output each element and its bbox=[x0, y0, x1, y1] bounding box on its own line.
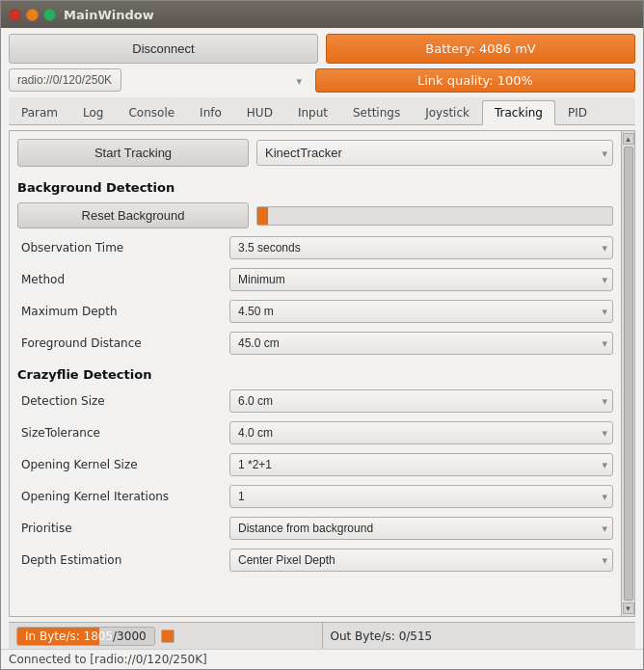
out-bytes-label: Out Byte/s: 0/515 bbox=[331, 630, 433, 643]
tab-info[interactable]: Info bbox=[187, 100, 234, 124]
status-out-section: Out Byte/s: 0/515 bbox=[323, 630, 636, 643]
depth-estimation-value-wrapper: Center Pixel Depth bbox=[229, 549, 613, 572]
opening-kernel-size-select[interactable]: 1 *2+1 bbox=[229, 453, 613, 476]
window-title: MainWindow bbox=[64, 8, 154, 22]
tab-log[interactable]: Log bbox=[70, 100, 116, 124]
main-panel: Start Tracking KinectTracker Background … bbox=[9, 130, 635, 617]
in-bytes-value: In Byte/s: 1805 bbox=[25, 630, 113, 643]
radio-row: radio://0/120/250K Link quality: 100% bbox=[9, 68, 635, 93]
tracker-select[interactable]: KinectTracker bbox=[256, 140, 613, 166]
tab-joystick[interactable]: Joystick bbox=[413, 100, 482, 124]
observation-time-row: Observation Time 3.5 seconds bbox=[17, 236, 613, 259]
bg-progress-fill bbox=[257, 207, 268, 225]
opening-kernel-size-label: Opening Kernel Size bbox=[17, 458, 229, 471]
reset-bg-row: Reset Background bbox=[17, 202, 613, 228]
method-value-wrapper: Minimum bbox=[229, 268, 613, 291]
fg-distance-value-wrapper: 45.0 cm bbox=[229, 332, 613, 355]
in-bytes-suffix: /3000 bbox=[113, 630, 147, 643]
max-depth-value-wrapper: 4.50 m bbox=[229, 300, 613, 323]
prioritise-row: Prioritise Distance from background bbox=[17, 517, 613, 540]
prioritise-label: Prioritise bbox=[17, 522, 229, 535]
top-row: Disconnect Battery: 4086 mV bbox=[9, 34, 635, 64]
observation-time-value-wrapper: 3.5 seconds bbox=[229, 236, 613, 259]
detection-size-value-wrapper: 6.0 cm bbox=[229, 389, 613, 413]
max-depth-label: Maximum Depth bbox=[17, 305, 229, 318]
title-bar-buttons bbox=[9, 9, 56, 21]
crazyflie-detection-header: Crazyflie Detection bbox=[17, 367, 613, 382]
opening-kernel-iterations-select[interactable]: 1 bbox=[229, 485, 613, 508]
minimize-button[interactable] bbox=[26, 9, 39, 21]
maximize-button[interactable] bbox=[43, 9, 56, 21]
depth-estimation-select[interactable]: Center Pixel Depth bbox=[229, 549, 613, 572]
detection-size-label: Detection Size bbox=[17, 394, 229, 408]
tab-param[interactable]: Param bbox=[9, 100, 70, 124]
size-tolerance-value-wrapper: 4.0 cm bbox=[229, 421, 613, 444]
opening-kernel-size-row: Opening Kernel Size 1 *2+1 bbox=[17, 453, 613, 476]
close-button[interactable] bbox=[9, 9, 21, 21]
bg-progress-bar bbox=[256, 206, 613, 226]
tab-hud[interactable]: HUD bbox=[234, 100, 285, 124]
radio-select[interactable]: radio://0/120/250K bbox=[9, 68, 121, 92]
prioritise-value-wrapper: Distance from background bbox=[229, 517, 613, 540]
method-row: Method Minimum bbox=[17, 268, 613, 291]
method-label: Method bbox=[17, 273, 229, 286]
status-divider bbox=[161, 630, 174, 643]
tracking-top-row: Start Tracking KinectTracker bbox=[17, 139, 613, 167]
observation-time-label: Observation Time bbox=[17, 241, 229, 255]
main-window: MainWindow Disconnect Battery: 4086 mV r… bbox=[0, 0, 644, 670]
tab-console[interactable]: Console bbox=[116, 100, 187, 124]
tab-input[interactable]: Input bbox=[285, 100, 340, 124]
footer: Connected to [radio://0/120/250K] bbox=[1, 649, 643, 669]
detection-size-select[interactable]: 6.0 cm bbox=[229, 389, 613, 413]
status-in-section: In Byte/s: 1805/3000 bbox=[9, 623, 323, 649]
max-depth-select[interactable]: 4.50 m bbox=[229, 300, 613, 323]
depth-estimation-row: Depth Estimation Center Pixel Depth bbox=[17, 549, 613, 572]
content-area: Disconnect Battery: 4086 mV radio://0/12… bbox=[1, 28, 643, 649]
detection-size-row: Detection Size 6.0 cm bbox=[17, 389, 613, 413]
size-tolerance-label: SizeTolerance bbox=[17, 426, 229, 440]
size-tolerance-select[interactable]: 4.0 cm bbox=[229, 421, 613, 444]
method-select[interactable]: Minimum bbox=[229, 268, 613, 291]
depth-estimation-label: Depth Estimation bbox=[17, 553, 229, 567]
radio-select-wrapper: radio://0/120/250K bbox=[9, 68, 308, 93]
opening-kernel-iterations-value-wrapper: 1 bbox=[229, 485, 613, 508]
status-bar: In Byte/s: 1805/3000 Out Byte/s: 0/515 bbox=[9, 622, 635, 649]
fg-distance-row: Foreground Distance 45.0 cm bbox=[17, 332, 613, 355]
disconnect-button[interactable]: Disconnect bbox=[9, 34, 318, 64]
bg-detection-header: Background Detection bbox=[17, 180, 613, 195]
battery-indicator: Battery: 4086 mV bbox=[326, 34, 635, 64]
reset-background-button[interactable]: Reset Background bbox=[17, 202, 249, 228]
connected-text: Connected to [radio://0/120/250K] bbox=[9, 653, 207, 666]
opening-kernel-iterations-row: Opening Kernel Iterations 1 bbox=[17, 485, 613, 508]
tracker-select-wrapper: KinectTracker bbox=[256, 140, 613, 166]
max-depth-row: Maximum Depth 4.50 m bbox=[17, 300, 613, 323]
opening-kernel-size-value-wrapper: 1 *2+1 bbox=[229, 453, 613, 476]
size-tolerance-row: SizeTolerance 4.0 cm bbox=[17, 421, 613, 444]
prioritise-select[interactable]: Distance from background bbox=[229, 517, 613, 540]
opening-kernel-iterations-label: Opening Kernel Iterations bbox=[17, 490, 229, 503]
scrollbar[interactable]: ▴ ▾ bbox=[621, 131, 634, 616]
scrollbar-up-button[interactable]: ▴ bbox=[623, 133, 634, 145]
link-quality-indicator: Link quality: 100% bbox=[315, 68, 635, 93]
scrollbar-thumb[interactable] bbox=[624, 147, 633, 601]
observation-time-select[interactable]: 3.5 seconds bbox=[229, 236, 613, 259]
tab-tracking[interactable]: Tracking bbox=[482, 100, 555, 125]
fg-distance-select[interactable]: 45.0 cm bbox=[229, 332, 613, 355]
in-bytes-label: In Byte/s: 1805/3000 bbox=[16, 627, 155, 646]
title-bar: MainWindow bbox=[1, 1, 643, 28]
fg-distance-label: Foreground Distance bbox=[17, 336, 229, 350]
start-tracking-button[interactable]: Start Tracking bbox=[17, 139, 249, 167]
scrollbar-down-button[interactable]: ▾ bbox=[623, 603, 634, 614]
tab-settings[interactable]: Settings bbox=[340, 100, 413, 124]
tab-bar: Param Log Console Info HUD Input Setting… bbox=[9, 97, 635, 125]
panel-content: Start Tracking KinectTracker Background … bbox=[10, 131, 621, 616]
tab-pid[interactable]: PID bbox=[555, 100, 600, 124]
